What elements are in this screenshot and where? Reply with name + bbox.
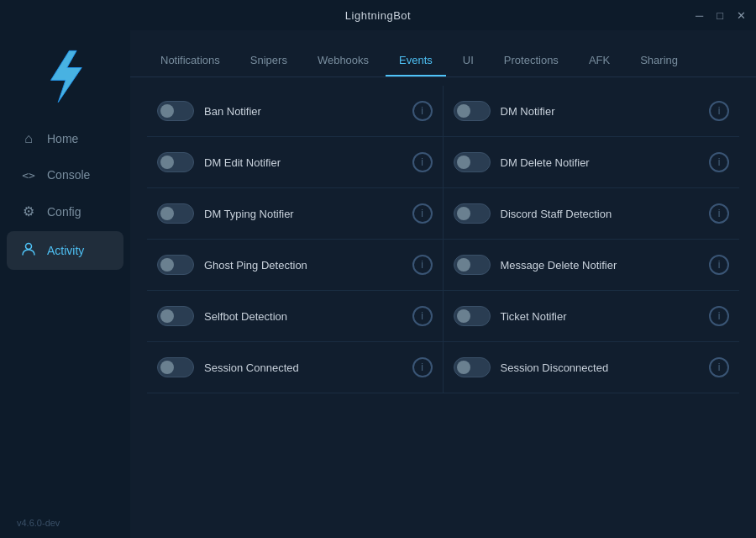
- svg-point-2: [26, 244, 32, 250]
- tab-ui[interactable]: UI: [449, 45, 487, 76]
- tab-events[interactable]: Events: [386, 45, 446, 76]
- info-button-ban-notifier[interactable]: i: [412, 101, 433, 121]
- tab-afk[interactable]: AFK: [575, 45, 623, 76]
- toggle-thumb-session-disconnected: [457, 361, 470, 374]
- toggle-message-delete-notifier[interactable]: [454, 255, 491, 275]
- item-label-message-delete-notifier: Message Delete Notifier: [501, 259, 700, 272]
- window-controls: ─ □ ✕: [696, 9, 746, 22]
- toggle-discord-staff-detection[interactable]: [454, 203, 491, 224]
- sidebar-item-config-label: Config: [47, 205, 81, 219]
- item-row-ticket-notifier: Ticket Notifieri: [444, 291, 740, 342]
- console-icon: <>: [20, 169, 37, 182]
- item-row-ghost-ping-detection: Ghost Ping Detectioni: [147, 240, 444, 291]
- toggle-thumb-dm-edit-notifier: [160, 156, 174, 169]
- tabs-bar: Notifications Snipers Webhooks Events UI…: [130, 30, 756, 77]
- app-title: LightningBot: [345, 9, 411, 22]
- sidebar-nav: ⌂ Home <> Console ⚙ Config Activity: [0, 121, 130, 508]
- lightning-logo-icon: [40, 47, 91, 106]
- tab-protections[interactable]: Protections: [491, 45, 572, 76]
- toggle-track-ticket-notifier: [454, 306, 491, 326]
- toggle-thumb-dm-delete-notifier: [457, 156, 470, 169]
- toggle-ban-notifier[interactable]: [157, 101, 194, 121]
- tab-notifications[interactable]: Notifications: [147, 45, 234, 76]
- tab-snipers[interactable]: Snipers: [237, 45, 301, 76]
- item-label-session-connected: Session Connected: [204, 361, 402, 374]
- toggle-dm-edit-notifier[interactable]: [157, 152, 194, 172]
- minimize-button[interactable]: ─: [696, 9, 703, 22]
- items-grid: Ban NotifieriDM NotifieriDM Edit Notifie…: [147, 86, 739, 393]
- toggle-ticket-notifier[interactable]: [454, 306, 491, 326]
- toggle-thumb-session-connected: [160, 361, 174, 374]
- item-label-dm-edit-notifier: DM Edit Notifier: [204, 156, 402, 169]
- item-row-selfbot-detection: Selfbot Detectioni: [147, 291, 444, 342]
- toggle-track-discord-staff-detection: [454, 203, 491, 224]
- sidebar-item-home-label: Home: [47, 132, 78, 145]
- maximize-button[interactable]: □: [717, 9, 723, 22]
- toggle-ghost-ping-detection[interactable]: [157, 255, 194, 275]
- toggle-track-session-connected: [157, 357, 194, 377]
- toggle-track-ban-notifier: [157, 101, 194, 121]
- toggle-track-session-disconnected: [454, 357, 491, 377]
- tab-webhooks[interactable]: Webhooks: [304, 45, 382, 76]
- item-row-dm-typing-notifier: DM Typing Notifieri: [147, 188, 444, 240]
- info-button-dm-delete-notifier[interactable]: i: [709, 152, 729, 172]
- item-label-selfbot-detection: Selfbot Detection: [204, 310, 402, 323]
- svg-marker-0: [50, 50, 81, 102]
- item-label-dm-typing-notifier: DM Typing Notifier: [204, 208, 402, 220]
- info-button-dm-typing-notifier[interactable]: i: [412, 203, 433, 224]
- info-button-ticket-notifier[interactable]: i: [709, 306, 729, 326]
- toggle-session-connected[interactable]: [157, 357, 194, 377]
- main-layout: ⌂ Home <> Console ⚙ Config Activity: [0, 30, 756, 538]
- item-label-dm-delete-notifier: DM Delete Notifier: [501, 156, 700, 169]
- item-row-dm-delete-notifier: DM Delete Notifieri: [444, 137, 740, 188]
- item-row-session-connected: Session Connectedi: [147, 342, 444, 393]
- sidebar-item-home[interactable]: ⌂ Home: [7, 121, 123, 156]
- toggle-thumb-discord-staff-detection: [457, 207, 470, 220]
- item-row-dm-edit-notifier: DM Edit Notifieri: [147, 137, 444, 188]
- toggle-thumb-message-delete-notifier: [457, 258, 470, 272]
- toggle-thumb-dm-typing-notifier: [160, 207, 174, 220]
- sidebar-item-activity-label: Activity: [47, 244, 84, 257]
- toggle-dm-typing-notifier[interactable]: [157, 203, 194, 224]
- sidebar-item-config[interactable]: ⚙ Config: [7, 193, 123, 229]
- toggle-dm-delete-notifier[interactable]: [454, 152, 491, 172]
- items-area: Ban NotifieriDM NotifieriDM Edit Notifie…: [130, 77, 756, 538]
- toggle-thumb-ghost-ping-detection: [160, 258, 174, 272]
- item-row-dm-notifier: DM Notifieri: [444, 86, 740, 137]
- info-button-session-connected[interactable]: i: [412, 357, 433, 377]
- info-button-selfbot-detection[interactable]: i: [412, 306, 433, 326]
- toggle-track-message-delete-notifier: [454, 255, 491, 275]
- item-row-discord-staff-detection: Discord Staff Detectioni: [444, 188, 740, 240]
- info-button-session-disconnected[interactable]: i: [709, 357, 729, 377]
- item-label-dm-notifier: DM Notifier: [501, 105, 700, 118]
- sidebar-logo: [0, 39, 130, 114]
- toggle-track-dm-edit-notifier: [157, 152, 194, 172]
- item-label-ticket-notifier: Ticket Notifier: [501, 310, 700, 323]
- info-button-discord-staff-detection[interactable]: i: [709, 203, 729, 224]
- toggle-dm-notifier[interactable]: [454, 101, 491, 121]
- tab-sharing[interactable]: Sharing: [627, 45, 691, 76]
- item-row-session-disconnected: Session Disconnectedi: [444, 342, 740, 393]
- toggle-track-dm-delete-notifier: [454, 152, 491, 172]
- sidebar-item-console-label: Console: [47, 168, 90, 182]
- info-button-dm-notifier[interactable]: i: [709, 101, 729, 121]
- item-label-ban-notifier: Ban Notifier: [204, 105, 402, 118]
- sidebar-item-console[interactable]: <> Console: [7, 158, 123, 192]
- toggle-track-dm-notifier: [454, 101, 491, 121]
- toggle-thumb-selfbot-detection: [160, 309, 174, 323]
- toggle-session-disconnected[interactable]: [454, 357, 491, 377]
- sidebar-item-activity[interactable]: Activity: [7, 231, 123, 270]
- info-button-message-delete-notifier[interactable]: i: [709, 255, 729, 275]
- info-button-dm-edit-notifier[interactable]: i: [412, 152, 433, 172]
- config-icon: ⚙: [20, 203, 37, 219]
- activity-icon: [20, 241, 37, 260]
- toggle-selfbot-detection[interactable]: [157, 306, 194, 326]
- item-row-message-delete-notifier: Message Delete Notifieri: [444, 240, 740, 291]
- info-button-ghost-ping-detection[interactable]: i: [412, 255, 433, 275]
- toggle-thumb-ticket-notifier: [457, 309, 470, 323]
- item-label-session-disconnected: Session Disconnected: [501, 361, 700, 374]
- home-icon: ⌂: [20, 131, 37, 146]
- close-button[interactable]: ✕: [737, 9, 746, 22]
- version-label: v4.6.0-dev: [0, 508, 130, 538]
- content-area: Notifications Snipers Webhooks Events UI…: [130, 30, 756, 538]
